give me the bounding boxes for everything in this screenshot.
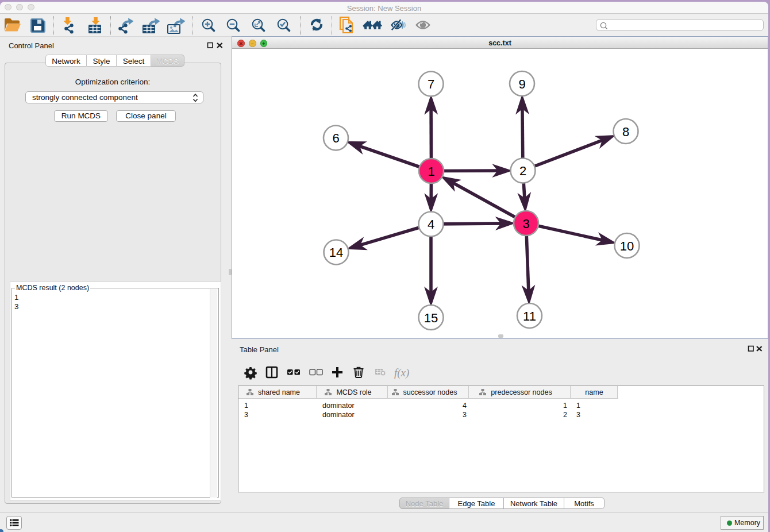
svg-text:2: 2	[519, 164, 526, 178]
svg-text:11: 11	[523, 309, 536, 323]
svg-text:9: 9	[518, 77, 525, 91]
svg-text:1: 1	[428, 164, 434, 179]
svg-text:8: 8	[622, 125, 629, 139]
svg-text:f(x): f(x)	[394, 367, 409, 379]
svg-text:3: 3	[522, 217, 529, 231]
svg-text:10: 10	[620, 239, 634, 253]
svg-text:15: 15	[424, 311, 438, 325]
svg-text:14: 14	[329, 245, 343, 260]
svg-text:7: 7	[428, 77, 434, 91]
svg-text:6: 6	[332, 131, 339, 145]
svg-text:4: 4	[428, 217, 434, 232]
